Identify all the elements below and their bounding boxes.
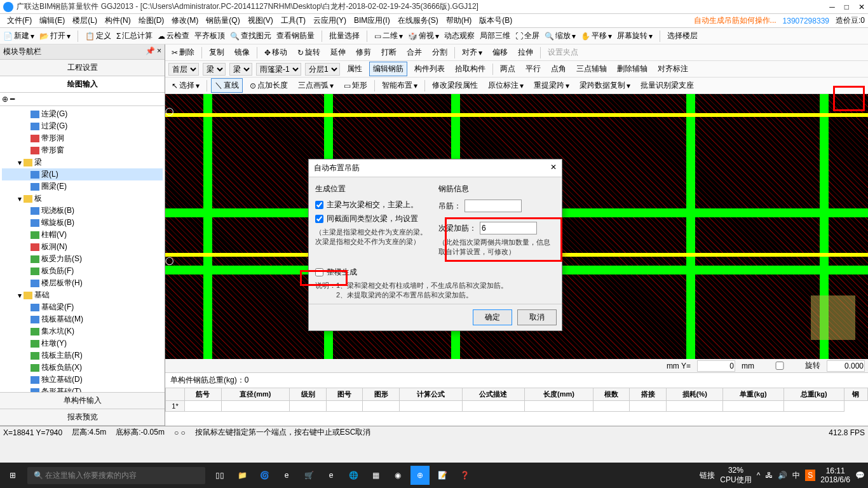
tree-item[interactable]: 柱墩(Y) <box>2 337 163 349</box>
btn-align[interactable]: 对齐 ▾ <box>459 46 485 59</box>
dialog-close-icon[interactable]: ✕ <box>550 163 557 173</box>
tree-controls[interactable]: ⊕ ━ <box>0 93 165 106</box>
cb-same-section[interactable] <box>315 215 323 223</box>
btn-point-len[interactable]: ⊙点加长度 <box>247 79 291 92</box>
tb-find[interactable]: 🔍查找图元 <box>230 30 271 41</box>
floor-select[interactable]: 首层 <box>168 63 199 76</box>
tree-item[interactable]: 连梁(G) <box>2 108 163 120</box>
tb-sum[interactable]: Σ汇总计算 <box>116 30 153 41</box>
tree-item[interactable]: 螺旋板(B) <box>2 217 163 229</box>
tree-item[interactable]: 现浇板(B) <box>2 205 163 217</box>
btn-rect[interactable]: ▭矩形 <box>341 79 370 92</box>
tb-select-floor[interactable]: 选择楼层 <box>667 30 698 41</box>
btn-split[interactable]: 分割 <box>429 46 451 59</box>
start-button[interactable]: ⊞ <box>3 466 22 485</box>
app-icon-2[interactable]: 🌀 <box>255 466 274 485</box>
tab-draw[interactable]: 绘图输入 <box>0 76 165 93</box>
tb-align[interactable]: 平齐板顶 <box>194 30 225 41</box>
menu-modify[interactable]: 修改(M) <box>168 15 202 26</box>
btn-line[interactable]: ＼直线 <box>211 78 243 93</box>
rebar-table[interactable]: 筋号直径(mm)级别图号图形计算公式公式描述长度(mm)根数搭接损耗(%)单重(… <box>165 388 868 426</box>
cb-main-sub[interactable] <box>315 201 323 209</box>
app-icon-6[interactable]: 🌐 <box>344 466 363 485</box>
btn-merge[interactable]: 合并 <box>403 46 425 59</box>
tab-single[interactable]: 单构件输入 <box>0 393 165 409</box>
tree-item[interactable]: ▾基础 <box>2 289 163 301</box>
btn-respan[interactable]: 重提梁跨 ▾ <box>531 79 573 92</box>
btn-del-axis[interactable]: 删除辅轴 <box>614 62 651 76</box>
tb-new[interactable]: 📄新建 ▾ <box>3 30 34 41</box>
btn-3pt[interactable]: 三点辅轴 <box>573 62 610 76</box>
menu-help[interactable]: 帮助(H) <box>442 15 476 26</box>
app-icon-5[interactable]: e <box>322 466 341 485</box>
tree-item[interactable]: 柱帽(V) <box>2 229 163 241</box>
btn-break[interactable]: 打断 <box>378 46 400 59</box>
tree-item[interactable]: 过梁(G) <box>2 120 163 132</box>
tb-define[interactable]: 📋定义 <box>85 30 111 41</box>
app-icon-10[interactable]: 📝 <box>433 466 452 485</box>
tree-item[interactable]: 梁(L) <box>2 168 163 180</box>
tray-up-icon[interactable]: ^ <box>757 471 761 480</box>
btn-props[interactable]: 属性 <box>344 62 365 76</box>
menu-view[interactable]: 视图(V) <box>244 15 277 26</box>
btn-2pt[interactable]: 两点 <box>497 62 519 76</box>
taskview-icon[interactable]: ▯▯ <box>210 466 229 485</box>
tree-item[interactable]: 独立基础(D) <box>2 374 163 386</box>
expand-toolbar-highlight[interactable]: » <box>833 86 865 111</box>
member-select[interactable]: 雨篷梁-1 <box>256 63 301 76</box>
btn-smart[interactable]: 智能布置 ▾ <box>379 79 421 92</box>
cat2-select[interactable]: 梁 <box>229 63 252 76</box>
stirrup-input[interactable] <box>465 200 522 212</box>
menu-online[interactable]: 在线服务(S) <box>394 15 442 26</box>
btn-rotate[interactable]: ↻旋转 <box>294 46 323 59</box>
menu-bim[interactable]: BIM应用(I) <box>350 15 394 26</box>
tb-orbit[interactable]: 动态观察 <box>444 30 475 41</box>
ok-button[interactable]: 确定 <box>473 309 512 325</box>
maximize-icon[interactable]: □ <box>844 3 849 11</box>
btn-delete[interactable]: ✂删除 <box>168 46 198 59</box>
layer-select[interactable]: 分层1 <box>305 63 340 76</box>
tree-item[interactable]: 楼层板带(H) <box>2 277 163 289</box>
tree-item[interactable]: 板负筋(F) <box>2 265 163 277</box>
menu-rebar[interactable]: 钢筋量(Q) <box>202 15 243 26</box>
btn-extend[interactable]: 延伸 <box>327 46 349 59</box>
btn-inplace[interactable]: 原位标注 ▾ <box>485 79 527 92</box>
hint-link[interactable]: 自动生成吊筋如何操作... <box>694 15 776 26</box>
btn-select[interactable]: ↖选择 ▾ <box>168 79 203 92</box>
btn-pick[interactable]: 拾取构件 <box>452 62 489 76</box>
cat1-select[interactable]: 梁 <box>203 63 226 76</box>
btn-grip[interactable]: 设置夹点 <box>545 46 581 59</box>
menu-edit[interactable]: 编辑(E) <box>36 15 69 26</box>
coord-y-input[interactable] <box>697 360 735 372</box>
tb-zoom[interactable]: 🔍缩放 ▾ <box>545 30 576 41</box>
btn-copy-span[interactable]: 梁跨数据复制 ▾ <box>576 79 634 92</box>
tree-item[interactable]: ▾梁 <box>2 156 163 168</box>
tb-batch[interactable]: 批量选择 <box>329 30 360 41</box>
tree-item[interactable]: 板受力筋(S) <box>2 253 163 265</box>
tray-vol-icon[interactable]: 🔊 <box>778 471 787 480</box>
tb-top[interactable]: 🎲俯视 ▾ <box>408 30 439 41</box>
tb-cloud[interactable]: ☁云检查 <box>158 30 189 41</box>
tree-item[interactable]: 条形基础(T) <box>2 386 163 392</box>
minimize-icon[interactable]: ─ <box>829 3 835 11</box>
close-icon[interactable]: ✕ <box>858 3 865 11</box>
app-icon-3[interactable]: e <box>277 466 296 485</box>
tb-3d[interactable]: 局部三维 <box>480 30 510 41</box>
btn-copy[interactable]: 复制 <box>206 46 227 59</box>
tb-view-rebar[interactable]: 查看钢筋量 <box>276 30 315 41</box>
menu-file[interactable]: 文件(F) <box>3 15 36 26</box>
btn-stretch[interactable]: 拉伸 <box>515 46 536 59</box>
app-icon-1[interactable]: 📁 <box>233 466 252 485</box>
taskbar-search[interactable]: 🔍 在这里输入你要搜索的内容 <box>27 467 205 484</box>
menu-floor[interactable]: 楼层(L) <box>69 15 101 26</box>
btn-batch-id[interactable]: 批量识别梁支座 <box>637 79 697 92</box>
pin-icon[interactable]: 📌 × <box>146 46 161 57</box>
btn-mod-beam[interactable]: 修改梁段属性 <box>429 79 481 92</box>
btn-move[interactable]: ✥移动 <box>261 46 290 59</box>
btn-parallel[interactable]: 平行 <box>522 62 544 76</box>
tab-report[interactable]: 报表预览 <box>0 409 165 426</box>
btn-align-dim[interactable]: 对齐标注 <box>654 62 691 76</box>
tray-net-icon[interactable]: 🖧 <box>765 471 773 480</box>
tb-pan[interactable]: ✋平移 ▾ <box>581 30 612 41</box>
tree-item[interactable]: 板洞(N) <box>2 241 163 253</box>
